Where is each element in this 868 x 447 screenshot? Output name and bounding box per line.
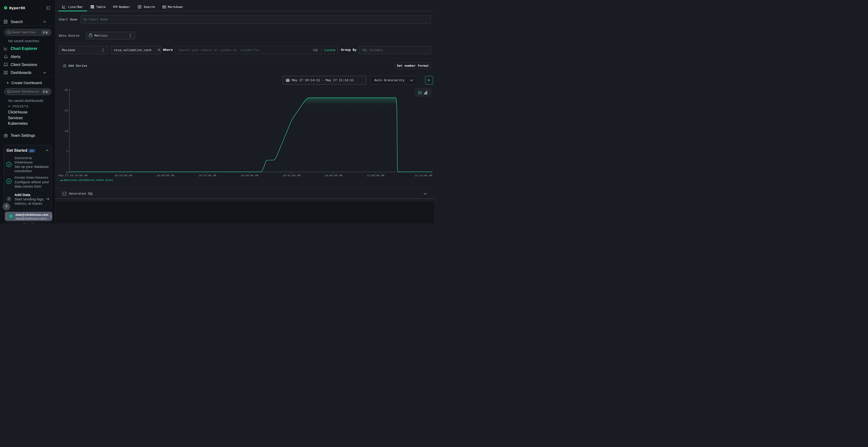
- svg-text:14: 14: [65, 130, 68, 133]
- svg-text:May 27 10:14:00 AM: May 27 10:14:00 AM: [59, 174, 88, 177]
- svg-text:11:05:00 AM: 11:05:00 AM: [367, 174, 384, 177]
- svg-text:10:37:00 AM: 10:37:00 AM: [199, 174, 216, 177]
- svg-text:10:58:00 AM: 10:58:00 AM: [325, 174, 342, 177]
- svg-text:7: 7: [66, 150, 68, 153]
- svg-text:0: 0: [66, 171, 68, 174]
- svg-text:10:30:00 AM: 10:30:00 AM: [156, 174, 174, 177]
- svg-text:10:44:00 AM: 10:44:00 AM: [241, 174, 258, 177]
- svg-text:21: 21: [65, 109, 68, 112]
- svg-text:28: 28: [65, 89, 68, 92]
- svg-text:10:23:00 AM: 10:23:00 AM: [115, 174, 132, 177]
- svg-text:11:14:00 AM: 11:14:00 AM: [414, 174, 432, 177]
- svg-text:10:51:00 AM: 10:51:00 AM: [283, 174, 301, 177]
